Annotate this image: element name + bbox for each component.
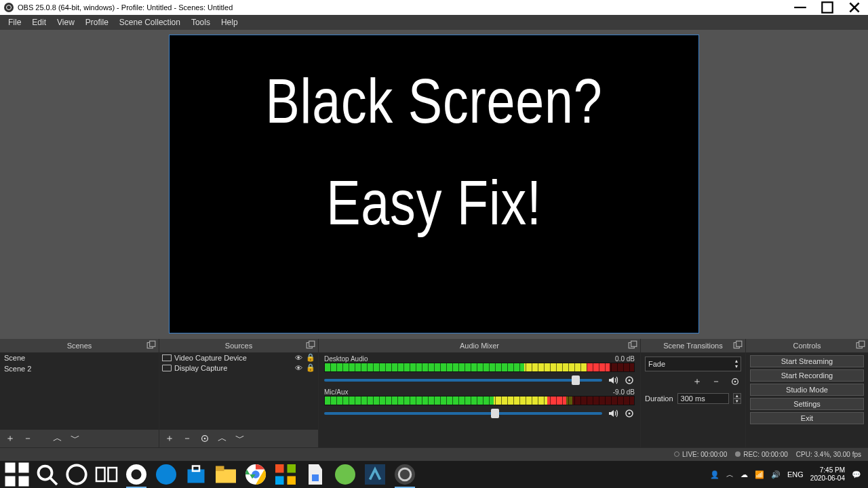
sources-popout-icon[interactable] <box>306 340 315 350</box>
taskbar-app-store[interactable] <box>182 461 210 488</box>
taskbar-app-edge[interactable] <box>152 461 180 488</box>
transition-remove-button[interactable]: － <box>710 375 722 388</box>
cortana-button[interactable] <box>62 461 91 488</box>
menu-file[interactable]: File <box>3 16 26 28</box>
svg-rect-29 <box>96 468 105 481</box>
tray-volume-icon[interactable]: 🔊 <box>771 470 781 479</box>
menu-view[interactable]: View <box>52 16 80 28</box>
svg-rect-42 <box>288 476 296 485</box>
taskbar-search-button[interactable] <box>33 461 61 488</box>
chevron-updown-icon: ▴▾ <box>735 359 738 369</box>
camera-icon <box>162 354 172 361</box>
volume-slider[interactable] <box>324 412 602 415</box>
svg-line-27 <box>50 478 57 485</box>
tray-network-icon[interactable]: 📶 <box>755 470 764 479</box>
exit-button[interactable]: Exit <box>750 412 864 424</box>
windows-taskbar: 👤 ︿ ☁ 📶 🔊 ENG 7:45 PM 2020-06-04 💬 <box>0 461 868 488</box>
source-properties-button[interactable] <box>199 432 211 445</box>
scene-move-up-button[interactable]: ︿ <box>52 432 64 445</box>
source-label: Display Capture <box>174 364 291 372</box>
settings-button[interactable]: Settings <box>750 398 864 410</box>
tray-time: 7:45 PM <box>810 466 845 474</box>
tray-language[interactable]: ENG <box>787 470 804 479</box>
task-view-button[interactable] <box>92 461 121 488</box>
transitions-popout-icon[interactable] <box>733 340 743 350</box>
mixer-popout-icon[interactable] <box>628 340 637 350</box>
taskbar-app-generic-4[interactable] <box>361 461 389 488</box>
rec-indicator-icon <box>735 451 741 457</box>
duration-step-down[interactable]: ▾ <box>733 399 741 404</box>
controls-popout-icon[interactable] <box>856 340 865 350</box>
source-move-down-button[interactable]: ﹀ <box>234 432 246 445</box>
source-row[interactable]: Video Capture Device 👁 🔒 <box>159 352 318 363</box>
menu-edit[interactable]: Edit <box>26 16 52 28</box>
svg-rect-11 <box>631 341 637 346</box>
menu-scene-collection[interactable]: Scene Collection <box>114 16 186 28</box>
tray-notifications-icon[interactable]: 💬 <box>852 470 861 479</box>
duration-input[interactable]: 300 ms <box>677 393 729 404</box>
menu-tools[interactable]: Tools <box>186 16 216 28</box>
svg-rect-23 <box>19 463 29 473</box>
scene-item[interactable]: Scene 2 <box>0 363 159 374</box>
source-row[interactable]: Display Capture 👁 🔒 <box>159 363 318 373</box>
taskbar-app-generic-1[interactable] <box>271 461 300 488</box>
transition-add-button[interactable]: ＋ <box>691 375 703 388</box>
tray-chevron-up-icon[interactable]: ︿ <box>726 470 734 480</box>
transitions-title: Scene Transitions <box>663 342 722 350</box>
scenes-popout-icon[interactable] <box>146 340 156 350</box>
scene-item[interactable]: Scene <box>0 352 159 363</box>
menu-bar: File Edit View Profile Scene Collection … <box>0 15 868 30</box>
studio-mode-button[interactable]: Studio Mode <box>750 384 864 396</box>
duration-step-up[interactable]: ▴ <box>733 393 741 399</box>
audio-meter <box>324 396 635 405</box>
tray-onedrive-icon[interactable]: ☁ <box>741 470 748 479</box>
controls-panel: Controls Start Streaming Start Recording… <box>746 339 868 447</box>
close-button[interactable] <box>841 0 868 15</box>
preview-area[interactable]: Black Screen? Easy Fix! <box>0 30 868 339</box>
source-add-button[interactable]: ＋ <box>163 432 176 445</box>
minimize-button[interactable] <box>787 0 814 15</box>
svg-rect-41 <box>275 476 284 485</box>
taskbar-app-explorer[interactable] <box>212 461 240 488</box>
tray-people-icon[interactable]: 👤 <box>710 470 719 479</box>
svg-point-9 <box>204 438 206 440</box>
source-move-up-button[interactable]: ︿ <box>216 432 229 445</box>
taskbar-app-generic-3[interactable] <box>331 461 359 488</box>
taskbar-app-obs[interactable] <box>391 461 419 488</box>
taskbar-app-chrome[interactable] <box>241 461 270 488</box>
maximize-button[interactable] <box>814 0 841 15</box>
lock-toggle-icon[interactable]: 🔒 <box>306 353 315 362</box>
visibility-toggle-icon[interactable]: 👁 <box>294 364 303 372</box>
svg-rect-24 <box>5 476 16 487</box>
tray-clock[interactable]: 7:45 PM 2020-06-04 <box>810 466 845 483</box>
scene-remove-button[interactable]: － <box>22 432 34 445</box>
transition-select[interactable]: Fade ▴▾ <box>645 357 741 371</box>
gear-icon[interactable] <box>624 408 635 419</box>
transitions-panel: Scene Transitions Fade ▴▾ ＋ － Duration 3… <box>641 339 746 447</box>
audio-mixer-panel: Audio Mixer Desktop Audio0.0 dBMic/Aux-9… <box>319 339 641 447</box>
preview-canvas[interactable]: Black Screen? Easy Fix! <box>170 35 698 333</box>
track-db: -9.0 dB <box>613 388 635 396</box>
speaker-icon[interactable] <box>608 408 618 419</box>
start-streaming-button[interactable]: Start Streaming <box>750 355 864 367</box>
window-titlebar: OBS 25.0.8 (64-bit, windows) - Profile: … <box>0 0 868 15</box>
menu-profile[interactable]: Profile <box>80 16 114 28</box>
scene-move-down-button[interactable]: ﹀ <box>69 432 81 445</box>
transition-properties-button[interactable] <box>729 375 741 388</box>
svg-rect-7 <box>309 341 315 346</box>
lock-toggle-icon[interactable]: 🔒 <box>306 363 315 372</box>
gear-icon[interactable] <box>624 375 635 386</box>
svg-rect-34 <box>193 466 199 472</box>
source-remove-button[interactable]: － <box>181 432 193 445</box>
start-menu-button[interactable] <box>3 461 31 488</box>
status-cpu: CPU: 3.4%, 30.00 fps <box>796 451 861 458</box>
speaker-icon[interactable] <box>608 375 618 386</box>
svg-point-15 <box>629 413 631 415</box>
start-recording-button[interactable]: Start Recording <box>750 369 864 382</box>
taskbar-app-obs-alt[interactable] <box>122 461 151 488</box>
volume-slider[interactable] <box>324 379 602 382</box>
taskbar-app-generic-2[interactable] <box>301 461 330 488</box>
scene-add-button[interactable]: ＋ <box>4 432 16 445</box>
menu-help[interactable]: Help <box>216 16 243 28</box>
visibility-toggle-icon[interactable]: 👁 <box>294 354 303 362</box>
